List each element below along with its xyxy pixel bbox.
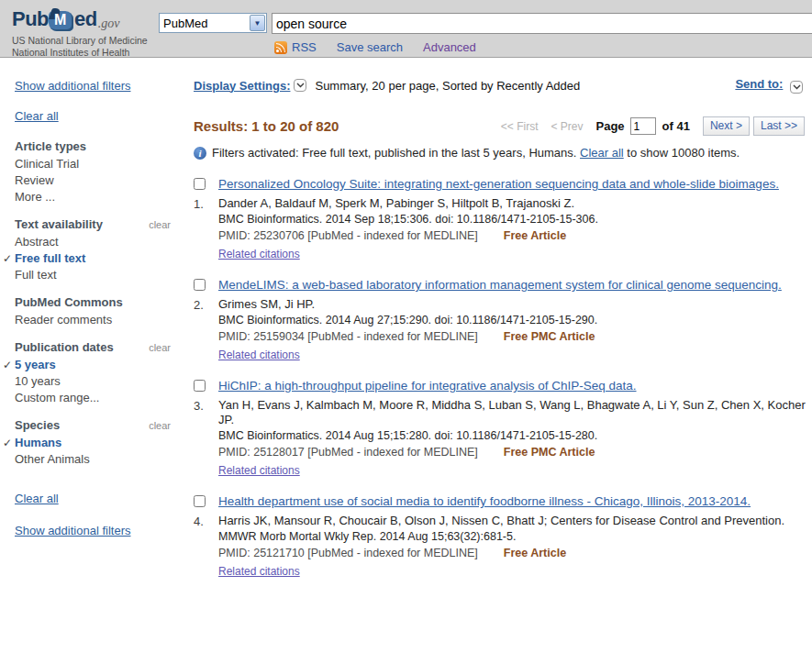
filter-group-text-availability: Text availability clear Abstract ✓Free f… (15, 217, 184, 283)
combo-arrow-icon[interactable]: ▼ (250, 15, 265, 31)
clear-all-link-bottom[interactable]: Clear all (15, 492, 59, 505)
result-authors: Harris JK, Mansour R, Choucair B, Olson … (218, 514, 810, 528)
book-icon: M (49, 11, 73, 31)
database-select[interactable]: PubMed ▼ (159, 13, 267, 33)
filter-group-article-types: Article types Clinical Trial Review More… (15, 139, 184, 205)
clear-filter-link[interactable]: clear (149, 342, 171, 353)
result-source: BMC Bioinformatics. 2014 Sep 18;15:306. … (218, 213, 810, 227)
clear-all-link-top[interactable]: Clear all (15, 109, 59, 123)
filter-group-species: Species clear ✓Humans Other Animals (15, 418, 184, 468)
search-input[interactable] (272, 13, 812, 34)
filter-group-title: Publication dates (15, 340, 114, 354)
result-checkbox[interactable] (194, 178, 206, 190)
results-count-title: Results: 1 to 20 of 820 (194, 118, 339, 134)
result-authors: Yan H, Evans J, Kalmbach M, Moore R, Mid… (218, 398, 810, 427)
filter-group-title: Text availability (15, 217, 103, 231)
result-title-link[interactable]: MendeLIMS: a web-based laboratory inform… (218, 278, 782, 292)
pagination: << First < Prev Page of 41 Next > Last >… (501, 116, 805, 136)
results-header: Results: 1 to 20 of 820 << First < Prev … (194, 116, 812, 136)
related-citations-link[interactable]: Related citations (218, 349, 300, 361)
filters-sidebar: Show additional filters Clear all Articl… (0, 58, 184, 538)
filters-activated-notice: i Filters activated: Free full text, pub… (194, 146, 812, 160)
result-number: 1. (194, 197, 218, 211)
result-meta: PMID: 25230706 [PubMed - indexed for MED… (218, 229, 810, 243)
filter-group-title: PubMed Commons (15, 295, 123, 309)
display-toolbar: Display Settings: Summary, 20 per page, … (194, 77, 812, 94)
related-citations-link[interactable]: Related citations (218, 565, 300, 578)
info-icon: i (194, 147, 206, 160)
result-item-3: 3. HiChIP: a high-throughput pipeline fo… (194, 377, 812, 478)
advanced-link[interactable]: Advanced (423, 40, 476, 54)
first-page-link: << First (501, 120, 539, 133)
rss-icon[interactable] (274, 41, 287, 54)
filter-group-pubmed-commons: PubMed Commons Reader comments (15, 295, 184, 328)
result-checkbox[interactable] (194, 380, 206, 392)
result-meta: PMID: 25128017 [PubMed - indexed for MED… (218, 446, 810, 459)
page-of-label: of 41 (662, 119, 690, 133)
filter-item-full-text[interactable]: Full text (15, 267, 184, 283)
display-summary-text: Summary, 20 per page, Sorted by Recently… (315, 79, 580, 93)
notice-clear-all-link[interactable]: Clear all (580, 146, 624, 160)
related-citations-link[interactable]: Related citations (218, 248, 300, 260)
next-page-button[interactable]: Next > (703, 116, 750, 136)
filter-item-humans[interactable]: ✓Humans (15, 435, 184, 451)
clear-filter-link[interactable]: clear (149, 420, 171, 431)
notice-text: Filters activated: Free full text, publi… (212, 146, 740, 160)
result-number: 2. (194, 298, 218, 312)
save-search-link[interactable]: Save search (337, 40, 403, 54)
result-source: MMWR Morb Mortal Wkly Rep. 2014 Aug 15;6… (218, 530, 810, 544)
filter-item-custom-range[interactable]: Custom range... (15, 390, 184, 406)
related-citations-link[interactable]: Related citations (218, 464, 300, 477)
show-additional-filters-link-bottom[interactable]: Show additional filters (15, 524, 130, 537)
result-item-1: 1. Personalized Oncology Suite: integrat… (194, 175, 812, 261)
rss-link[interactable]: RSS (292, 40, 317, 54)
filter-item-reader-comments[interactable]: Reader comments (15, 312, 184, 328)
result-meta: PMID: 25121710 [PubMed - indexed for MED… (218, 547, 810, 560)
filter-group-title: Species (15, 418, 60, 432)
filter-item-abstract[interactable]: Abstract (15, 234, 184, 250)
filter-item-free-full-text[interactable]: ✓Free full text (15, 250, 184, 267)
display-settings-dropdown-icon[interactable] (294, 79, 306, 92)
page-number-input[interactable] (630, 117, 656, 135)
result-authors: Dander A, Baldauf M, Sperk M, Pabinger S… (218, 196, 810, 211)
results-list: 1. Personalized Oncology Suite: integrat… (194, 175, 812, 579)
filter-item-more[interactable]: More ... (15, 189, 184, 205)
result-checkbox[interactable] (194, 279, 206, 291)
send-to-link[interactable]: Send to: (735, 77, 783, 91)
result-title-link[interactable]: HiChIP: a high-throughput pipeline for i… (218, 379, 637, 393)
free-article-badge: Free Article (504, 229, 566, 242)
page-label: Page (596, 119, 625, 133)
free-article-badge: Free Article (504, 547, 566, 559)
logo-text-ed: ed (74, 7, 97, 31)
result-item-2: 2. MendeLIMS: a web-based laboratory inf… (194, 276, 812, 362)
send-to-dropdown-icon[interactable] (790, 81, 803, 94)
show-additional-filters-link-top[interactable]: Show additional filters (15, 79, 130, 93)
clear-filter-link[interactable]: clear (149, 219, 171, 230)
result-checkbox[interactable] (194, 495, 206, 507)
result-number: 3. (194, 399, 218, 413)
result-source: BMC Bioinformatics. 2014 Aug 27;15:290. … (218, 314, 810, 327)
header: Pub M ed .gov US National Library of Med… (0, 0, 812, 58)
result-title-link[interactable]: Health department use of social media to… (218, 494, 751, 508)
result-number: 4. (194, 515, 218, 528)
header-links: RSS Save search Advanced (274, 40, 496, 54)
check-icon: ✓ (3, 250, 12, 267)
check-icon: ✓ (3, 357, 12, 373)
logo-text-pub: Pub (12, 7, 49, 31)
display-settings-link[interactable]: Display Settings: (194, 79, 290, 93)
last-page-button[interactable]: Last >> (753, 116, 805, 136)
logo-text-m: M (54, 12, 66, 28)
free-article-badge: Free PMC Article (504, 446, 595, 459)
database-select-value: PubMed (160, 17, 207, 30)
filter-item-other-animals[interactable]: Other Animals (15, 451, 184, 468)
filter-item-10-years[interactable]: 10 years (15, 373, 184, 390)
check-icon: ✓ (3, 435, 12, 451)
filter-item-review[interactable]: Review (15, 172, 184, 189)
filter-item-5-years[interactable]: ✓5 years (15, 357, 184, 373)
filter-item-clinical-trial[interactable]: Clinical Trial (15, 156, 184, 172)
result-title-link[interactable]: Personalized Oncology Suite: integrating… (218, 177, 779, 191)
pubmed-logo[interactable]: Pub M ed .gov US National Library of Med… (12, 7, 148, 59)
prev-page-link: < Prev (551, 120, 584, 133)
result-authors: Grimes SM, Ji HP. (218, 297, 810, 312)
filter-group-publication-dates: Publication dates clear ✓5 years 10 year… (15, 340, 184, 406)
